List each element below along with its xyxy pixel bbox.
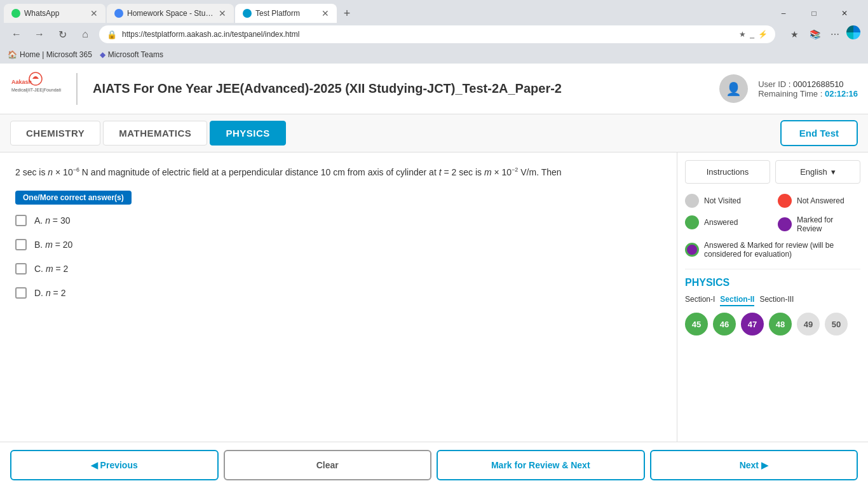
app-container: Aakash Medical|IIT-JEE|Foundations AIATS… (0, 64, 868, 488)
aakash-logo: Aakash Medical|IIT-JEE|Foundations (10, 71, 61, 106)
back-button[interactable]: ← (8, 25, 25, 43)
collections-icon[interactable]: ⎯ (750, 30, 754, 39)
action-bar: ◀ Previous Clear Mark for Review & Next … (0, 442, 868, 488)
lock-icon: 🔒 (107, 30, 117, 39)
new-tab-button[interactable]: + (338, 4, 356, 22)
home365-icon: 🏠 (8, 50, 17, 59)
header-right: 👤 User ID : 00012688510 Remaining Time :… (719, 74, 858, 103)
subject-bar: CHEMISTRY MATHEMATICS PHYSICS End Test (0, 114, 868, 152)
maximize-button[interactable]: □ (799, 4, 829, 23)
home-button[interactable]: ⌂ (76, 25, 94, 43)
option-checkbox-d[interactable] (15, 287, 27, 299)
answered-label: Answered (704, 218, 738, 227)
mark-review-next-button[interactable]: Mark for Review & Next (437, 450, 645, 480)
remaining-time-sep: : (820, 89, 825, 98)
legend-answered-marked: Answered & Marked for review (will be co… (685, 241, 860, 259)
bookmark-home365[interactable]: 🏠 Home | Microsoft 365 (8, 50, 92, 59)
tab-title-whatsapp: WhatsApp (24, 9, 86, 18)
option-text-b: B. m = 20 (34, 240, 72, 250)
svg-text:Medical|IIT-JEE|Foundations: Medical|IIT-JEE|Foundations (11, 88, 61, 93)
option-checkbox-b[interactable] (15, 239, 27, 250)
option-checkbox-a[interactable] (15, 215, 27, 226)
remaining-time-label: Remaining Time (758, 89, 818, 98)
tab-close-testplatform[interactable]: ✕ (322, 8, 329, 18)
legend: Not Visited Not Answered Answered Marked (685, 194, 860, 259)
teams-icon: ◆ (100, 50, 105, 59)
close-button[interactable]: ✕ (830, 4, 859, 23)
option-row-c: C. m = 2 (15, 263, 661, 274)
sidebar-header: Instructions English ▾ (685, 160, 860, 184)
physics-section: PHYSICS Section-I Section-II Section-III… (685, 269, 860, 336)
legend-not-visited: Not Visited (685, 194, 768, 208)
instructions-button[interactable]: Instructions (685, 160, 770, 184)
clear-button[interactable]: Clear (224, 450, 432, 480)
next-button[interactable]: Next ▶ (650, 450, 858, 480)
favorites-button[interactable]: ★ (785, 25, 803, 43)
legend-marked-review: Marked for Review (778, 215, 860, 233)
answered-marked-label: Answered & Marked for review (will be co… (704, 241, 860, 259)
marked-review-label: Marked for Review (797, 215, 860, 233)
question-number-50[interactable]: 50 (825, 313, 848, 336)
not-visited-label: Not Visited (704, 196, 741, 205)
physics-section-label: PHYSICS (685, 277, 860, 288)
minimize-button[interactable]: – (769, 4, 798, 23)
address-text: https://testplatform.aakash.ac.in/testpa… (122, 30, 299, 39)
legend-row-1: Not Visited Not Answered (685, 194, 860, 208)
question-number-49[interactable]: 49 (797, 313, 820, 336)
more-button[interactable]: ⋯ (826, 25, 844, 43)
question-tag: One/More correct answer(s) (15, 191, 132, 205)
tab-mathematics[interactable]: MATHEMATICS (103, 121, 207, 146)
forward-button[interactable]: → (31, 25, 48, 43)
not-visited-circle (685, 194, 699, 208)
sidebar: Instructions English ▾ Not Visited Not A… (677, 152, 868, 442)
section-tab-ii[interactable]: Section-II (720, 294, 754, 306)
question-number-47[interactable]: 47 (741, 313, 764, 336)
option-row-a: A. n = 30 (15, 215, 661, 226)
tab-testplatform[interactable]: Test Platform ✕ (235, 4, 337, 23)
address-bar[interactable]: 🔒 https://testplatform.aakash.ac.in/test… (99, 25, 775, 43)
option-text-d: D. n = 2 (34, 288, 65, 298)
question-text: 2 sec is n × 10−6 N and magnitude of ele… (15, 165, 661, 180)
option-checkbox-c[interactable] (15, 263, 27, 274)
section-tab-iii[interactable]: Section-III (759, 294, 794, 306)
tab-chemistry[interactable]: CHEMISTRY (10, 121, 100, 146)
not-answered-circle (778, 194, 792, 208)
collections-button[interactable]: 📚 (806, 25, 824, 43)
user-avatar: 👤 (719, 74, 748, 103)
marked-review-circle (778, 217, 792, 231)
bookmark-teams[interactable]: ◆ Microsoft Teams (100, 50, 163, 59)
tab-title-studyx: Homework Space - StudyX (127, 9, 215, 18)
tab-close-studyx[interactable]: ✕ (219, 8, 226, 18)
window-controls: – □ ✕ (769, 4, 864, 23)
question-number-48[interactable]: 48 (769, 313, 792, 336)
question-number-46[interactable]: 46 (713, 313, 736, 336)
language-label: English (800, 167, 827, 177)
user-id-label: User ID (758, 79, 786, 89)
toolbar-icons: ★ 📚 ⋯ (785, 25, 860, 43)
address-bar-icons: ★ ⎯ ⚡ (739, 30, 768, 39)
language-button[interactable]: English ▾ (775, 160, 860, 184)
tab-close-whatsapp[interactable]: ✕ (90, 8, 98, 18)
answered-marked-circle (685, 243, 699, 257)
section-tab-i[interactable]: Section-I (685, 294, 715, 306)
bookmarks-bar: 🏠 Home | Microsoft 365 ◆ Microsoft Teams (0, 46, 868, 64)
tab-studyx[interactable]: Homework Space - StudyX ✕ (107, 4, 234, 23)
testplatform-icon (243, 9, 252, 18)
main-content: 2 sec is n × 10−6 N and magnitude of ele… (0, 152, 868, 442)
tab-title-testplatform: Test Platform (255, 9, 318, 18)
legend-row-2: Answered Marked for Review (685, 215, 860, 233)
user-info: User ID : 00012688510 Remaining Time : 0… (758, 79, 858, 98)
legend-answered: Answered (685, 215, 768, 229)
end-test-button[interactable]: End Test (780, 120, 858, 146)
logo-area: Aakash Medical|IIT-JEE|Foundations AIATS… (10, 71, 562, 106)
extensions-icon[interactable]: ⚡ (758, 30, 768, 39)
tab-physics[interactable]: PHYSICS (210, 121, 285, 146)
reload-button[interactable]: ↻ (53, 25, 71, 43)
star-icon[interactable]: ★ (739, 30, 746, 39)
tab-whatsapp[interactable]: WhatsApp ✕ (4, 4, 105, 23)
answered-circle (685, 215, 699, 229)
browser-chrome: WhatsApp ✕ Homework Space - StudyX ✕ Tes… (0, 0, 868, 64)
question-number-45[interactable]: 45 (685, 313, 708, 336)
previous-button[interactable]: ◀ Previous (10, 450, 219, 480)
option-row-d: D. n = 2 (15, 287, 661, 299)
